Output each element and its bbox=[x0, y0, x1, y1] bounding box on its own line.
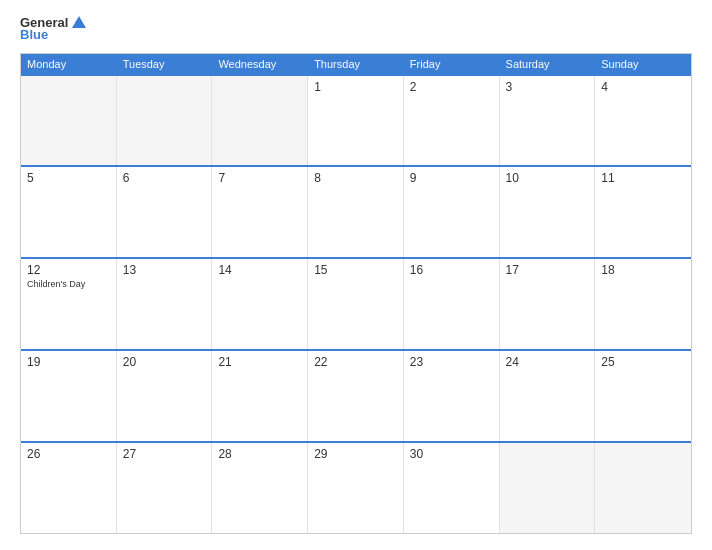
day-cell: 5 bbox=[21, 167, 117, 257]
day-cell bbox=[117, 76, 213, 166]
day-number: 17 bbox=[506, 263, 589, 277]
day-number: 8 bbox=[314, 171, 397, 185]
day-cell: 17 bbox=[500, 259, 596, 349]
day-number: 5 bbox=[27, 171, 110, 185]
day-number: 26 bbox=[27, 447, 110, 461]
day-cell: 4 bbox=[595, 76, 691, 166]
day-number: 14 bbox=[218, 263, 301, 277]
day-number: 21 bbox=[218, 355, 301, 369]
day-number: 24 bbox=[506, 355, 589, 369]
week-row-2: 567891011 bbox=[21, 165, 691, 257]
day-number: 11 bbox=[601, 171, 685, 185]
day-cell: 19 bbox=[21, 351, 117, 441]
day-cell: 21 bbox=[212, 351, 308, 441]
day-cell: 6 bbox=[117, 167, 213, 257]
day-cell: 15 bbox=[308, 259, 404, 349]
day-cell: 30 bbox=[404, 443, 500, 533]
day-headers-row: MondayTuesdayWednesdayThursdayFridaySatu… bbox=[21, 54, 691, 74]
logo-triangle-icon bbox=[72, 16, 86, 28]
day-number: 4 bbox=[601, 80, 685, 94]
day-cell: 12Children's Day bbox=[21, 259, 117, 349]
weeks-container: 123456789101112Children's Day13141516171… bbox=[21, 74, 691, 533]
week-row-1: 1234 bbox=[21, 74, 691, 166]
week-row-5: 2627282930 bbox=[21, 441, 691, 533]
day-cell: 23 bbox=[404, 351, 500, 441]
calendar-header: General Blue bbox=[20, 16, 692, 43]
day-cell: 9 bbox=[404, 167, 500, 257]
day-number: 10 bbox=[506, 171, 589, 185]
day-cell: 27 bbox=[117, 443, 213, 533]
day-cell: 25 bbox=[595, 351, 691, 441]
day-cell: 14 bbox=[212, 259, 308, 349]
day-header-sunday: Sunday bbox=[595, 54, 691, 74]
day-cell: 24 bbox=[500, 351, 596, 441]
day-cell: 16 bbox=[404, 259, 500, 349]
day-number: 19 bbox=[27, 355, 110, 369]
day-header-thursday: Thursday bbox=[308, 54, 404, 74]
day-number: 6 bbox=[123, 171, 206, 185]
day-number: 15 bbox=[314, 263, 397, 277]
day-number: 13 bbox=[123, 263, 206, 277]
day-header-saturday: Saturday bbox=[500, 54, 596, 74]
day-number: 25 bbox=[601, 355, 685, 369]
day-cell: 3 bbox=[500, 76, 596, 166]
calendar-page: General Blue MondayTuesdayWednesdayThurs… bbox=[0, 0, 712, 550]
day-cell: 11 bbox=[595, 167, 691, 257]
day-number: 16 bbox=[410, 263, 493, 277]
day-cell bbox=[212, 76, 308, 166]
day-cell: 29 bbox=[308, 443, 404, 533]
logo: General Blue bbox=[20, 16, 86, 43]
logo-blue: Blue bbox=[20, 28, 48, 42]
day-cell: 13 bbox=[117, 259, 213, 349]
day-number: 2 bbox=[410, 80, 493, 94]
day-cell bbox=[500, 443, 596, 533]
day-cell: 10 bbox=[500, 167, 596, 257]
day-cell: 1 bbox=[308, 76, 404, 166]
day-cell bbox=[595, 443, 691, 533]
day-header-monday: Monday bbox=[21, 54, 117, 74]
day-number: 3 bbox=[506, 80, 589, 94]
day-cell: 26 bbox=[21, 443, 117, 533]
day-number: 30 bbox=[410, 447, 493, 461]
day-cell: 2 bbox=[404, 76, 500, 166]
day-header-wednesday: Wednesday bbox=[212, 54, 308, 74]
day-cell bbox=[21, 76, 117, 166]
day-number: 12 bbox=[27, 263, 110, 277]
day-number: 27 bbox=[123, 447, 206, 461]
week-row-3: 12Children's Day131415161718 bbox=[21, 257, 691, 349]
week-row-4: 19202122232425 bbox=[21, 349, 691, 441]
day-event: Children's Day bbox=[27, 279, 110, 291]
day-number: 23 bbox=[410, 355, 493, 369]
day-cell: 8 bbox=[308, 167, 404, 257]
day-cell: 22 bbox=[308, 351, 404, 441]
day-number: 28 bbox=[218, 447, 301, 461]
day-cell: 28 bbox=[212, 443, 308, 533]
day-number: 20 bbox=[123, 355, 206, 369]
day-cell: 7 bbox=[212, 167, 308, 257]
day-header-friday: Friday bbox=[404, 54, 500, 74]
day-number: 22 bbox=[314, 355, 397, 369]
calendar-grid: MondayTuesdayWednesdayThursdayFridaySatu… bbox=[20, 53, 692, 534]
day-cell: 18 bbox=[595, 259, 691, 349]
day-number: 1 bbox=[314, 80, 397, 94]
day-number: 29 bbox=[314, 447, 397, 461]
day-number: 7 bbox=[218, 171, 301, 185]
day-header-tuesday: Tuesday bbox=[117, 54, 213, 74]
day-cell: 20 bbox=[117, 351, 213, 441]
day-number: 9 bbox=[410, 171, 493, 185]
day-number: 18 bbox=[601, 263, 685, 277]
